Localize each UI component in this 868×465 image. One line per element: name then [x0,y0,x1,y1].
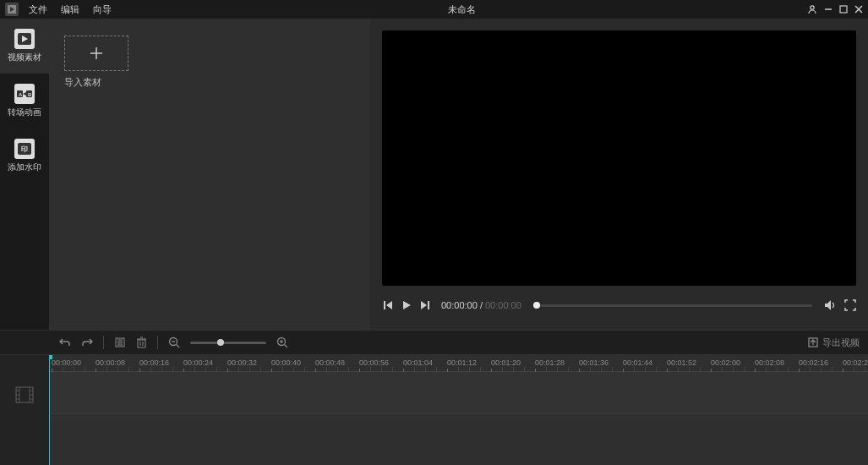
time-sep: / [478,300,485,310]
timeline-track-headers [0,355,49,465]
ruler-tick: 00:02:16 [799,358,828,367]
main-menu: 文件 编辑 向导 [24,2,117,18]
ruler-tick: 00:01:28 [535,358,565,367]
redo-button[interactable] [81,336,93,348]
window-title: 未命名 [117,3,807,16]
sidebar-item-label: 添加水印 [8,161,41,173]
svg-line-34 [177,345,180,348]
duration-time: 00:00:00 [485,300,521,310]
media-icon [14,29,35,49]
ruler-tick: 00:00:08 [96,358,125,367]
svg-line-38 [285,345,288,348]
svg-rect-21 [428,301,429,309]
svg-rect-4 [840,6,847,13]
svg-rect-18 [384,301,385,309]
ruler-tick: 00:01:20 [491,358,521,367]
video-track-header[interactable] [0,374,49,416]
ruler-tick: 00:02:08 [755,358,784,367]
ruler-tick: 00:02:00 [711,358,740,367]
ruler-tick: 00:01:04 [403,358,433,367]
timeline: 00:00:0000:00:0800:00:1600:00:2400:00:32… [0,355,868,465]
maximize-button[interactable] [839,5,848,14]
prev-frame-button[interactable] [382,299,394,311]
menu-file[interactable]: 文件 [24,2,52,18]
preview-controls: 00:00:00 / 00:00:00 [382,293,856,318]
svg-marker-19 [386,301,392,309]
import-label: 导入素材 [64,76,355,89]
time-display: 00:00:00 / 00:00:00 [441,300,521,310]
media-panel: 导入素材 [49,19,370,330]
timeline-ruler[interactable]: 00:00:0000:00:0800:00:1600:00:2400:00:32… [49,355,868,372]
sidebar-item-label: 转场动画 [8,107,41,118]
svg-rect-25 [122,338,124,347]
sidebar: 视频素材 AB 转场动画 印 添加水印 [0,19,49,330]
svg-text:B: B [28,92,32,97]
export-label: 导出视频 [822,336,860,349]
window-controls [807,4,863,14]
playhead[interactable] [49,355,50,465]
ruler-tick: 00:01:52 [667,358,696,367]
zoom-in-button[interactable] [276,336,288,348]
ruler-tick: 00:01:44 [623,358,652,367]
separator [157,336,158,349]
ruler-tick: 00:02:24 [843,358,868,367]
sidebar-item-transition[interactable]: AB 转场动画 [0,74,49,129]
progress-handle[interactable] [533,302,540,309]
preview-viewport[interactable] [382,30,856,286]
progress-slider[interactable] [533,304,812,307]
menu-guide[interactable]: 向导 [88,2,117,18]
titlebar: 文件 编辑 向导 未命名 [0,0,868,19]
fullscreen-button[interactable] [844,299,856,311]
zoom-slider[interactable] [190,342,266,344]
ruler-tick: 00:00:00 [52,358,81,367]
ruler-tick: 00:00:16 [139,358,169,367]
film-icon [15,386,34,403]
svg-rect-27 [138,340,145,347]
volume-button[interactable] [824,299,838,311]
close-button[interactable] [854,5,863,14]
upper-panels: 视频素材 AB 转场动画 印 添加水印 导入素材 00:00:00 / 00:0… [0,19,868,330]
plus-icon [89,46,104,61]
transition-icon: AB [14,84,35,104]
ruler-tick: 00:01:12 [447,358,477,367]
svg-text:印: 印 [21,145,28,153]
svg-marker-13 [23,92,26,96]
sidebar-item-label: 视频素材 [8,52,41,63]
next-frame-button[interactable] [419,299,431,311]
export-icon [807,336,819,348]
ruler-tick: 00:00:24 [183,358,213,367]
preview-panel: 00:00:00 / 00:00:00 [370,19,868,330]
svg-marker-20 [403,301,411,309]
import-media-button[interactable] [64,36,128,71]
svg-marker-22 [421,301,427,309]
svg-rect-24 [116,338,118,347]
play-button[interactable] [401,299,412,311]
watermark-icon: 印 [14,139,35,159]
zoom-out-button[interactable] [168,336,180,348]
ruler-tick: 00:00:48 [315,358,345,367]
user-icon[interactable] [807,4,817,14]
sidebar-item-watermark[interactable]: 印 添加水印 [0,129,49,183]
timeline-tracks[interactable]: 00:00:0000:00:0800:00:1600:00:2400:00:32… [49,355,868,465]
undo-button[interactable] [59,336,71,348]
ruler-tick: 00:01:36 [579,358,609,367]
app-icon [5,3,19,16]
ruler-tick: 00:00:40 [271,358,301,367]
ruler-tick: 00:00:56 [359,358,389,367]
export-button[interactable]: 导出视频 [807,336,860,349]
timeline-toolbar: 导出视频 [0,330,868,355]
ruler-tick: 00:00:32 [227,358,257,367]
zoom-handle[interactable] [217,339,224,346]
sidebar-item-media[interactable]: 视频素材 [0,19,49,74]
current-time: 00:00:00 [441,300,478,310]
menu-edit[interactable]: 编辑 [56,2,85,18]
video-track[interactable] [49,372,868,414]
split-button[interactable] [114,336,126,348]
svg-text:A: A [19,92,23,97]
separator [103,336,104,349]
delete-button[interactable] [136,336,147,348]
svg-point-2 [811,6,814,9]
minimize-button[interactable] [824,5,833,14]
svg-marker-23 [825,300,831,310]
